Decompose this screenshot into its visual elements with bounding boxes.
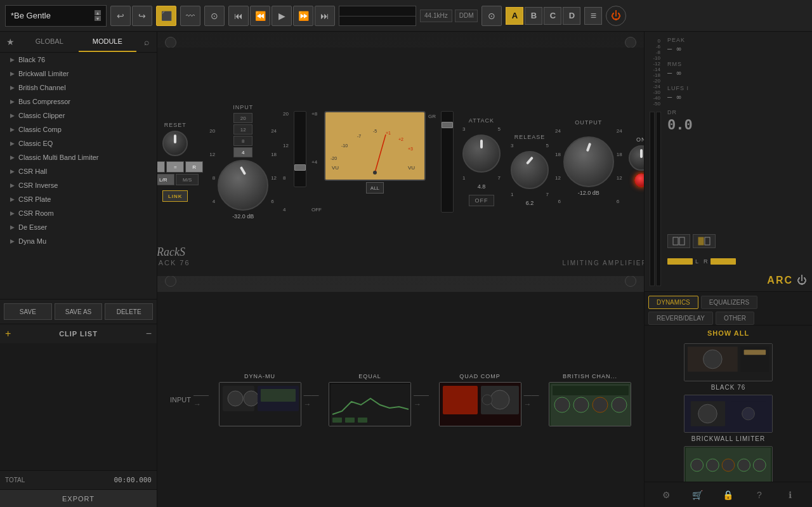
preset-arrows[interactable]: ▲ ▼ [95,10,101,21]
off-button[interactable]: OFF [469,195,494,206]
monitor-button[interactable]: ⊙ [481,6,502,26]
scale-neg20: -20 [653,78,660,84]
shop-icon[interactable]: 🛒 [688,486,706,504]
add-clip-button[interactable]: + [5,328,11,339]
module-item-black76[interactable]: ▶ Black 76 [0,53,157,67]
save-as-button[interactable]: SAVE AS [55,303,103,320]
info-icon[interactable]: ℹ [782,486,799,504]
record-button[interactable]: ⬛ [156,6,176,26]
rewind-all-button[interactable]: ⏮ [228,6,249,26]
eq-button[interactable]: = [166,161,184,173]
forward-button[interactable]: ⏩ [293,6,313,26]
browser-tab-other[interactable]: OTHER [716,312,754,325]
svg-text:-10: -10 [341,143,348,148]
reset-knob[interactable] [162,131,188,156]
ratio-4[interactable]: 4 [233,147,252,157]
search-button[interactable]: ⌕ [136,32,157,52]
menu-button[interactable]: ≡ [584,7,602,25]
module-item-classic-multiband[interactable]: ▶ Classic Multi Band Limiter [0,150,157,164]
browser-tab-dynamics[interactable]: DYNAMICS [648,296,698,309]
forward-all-button[interactable]: ⏭ [315,6,335,26]
module-item-csr-inverse[interactable]: ▶ CSR Inverse [0,178,157,192]
play-button[interactable]: ▶ [272,6,292,26]
output-knob[interactable] [563,136,614,187]
settings-icon[interactable]: ⚙ [657,486,675,504]
module-item-classic-eq[interactable]: ▶ Classic EQ [0,136,157,150]
lock-icon[interactable]: 🔒 [719,486,737,504]
l-button[interactable]: L [157,161,165,173]
browser-thumb-black76[interactable] [684,343,773,381]
slot-d-button[interactable]: D [563,7,580,25]
arc-power-button[interactable]: ⏻ [797,275,807,286]
ms-button[interactable]: M/S [176,174,199,185]
browser-item-black76[interactable]: BLACK 76 [647,343,809,391]
preset-selector[interactable]: *Be Gentle ▲ ▼ [5,5,107,27]
chain-plugin-british[interactable]: BRITISH CHAN... [549,373,631,426]
module-item-csr-plate[interactable]: ▶ CSR Plate [0,192,157,206]
slot-a-button[interactable]: A [506,7,523,25]
module-item-de-esser[interactable]: ▶ De Esser [0,220,157,234]
input-fader[interactable] [294,111,306,187]
module-item-brickwall[interactable]: ▶ Brickwall Limiter [0,67,157,81]
chain-plugin-quadcomp[interactable]: QUAD COMP [439,373,521,426]
module-item-classic-clipper[interactable]: ▶ Classic Clipper [0,109,157,122]
module-item-british-channel[interactable]: ▶ British Channel [0,81,157,95]
ratio-20[interactable]: 20 [233,113,252,123]
lr-button[interactable]: L/R [157,174,174,185]
fader-thumb[interactable] [294,164,306,171]
chain-thumb-dynamu[interactable] [219,382,301,426]
preset-down[interactable]: ▼ [95,16,101,21]
r-button[interactable]: R [185,161,203,173]
module-item-csr-hall[interactable]: ▶ CSR Hall [0,164,157,178]
wave-button[interactable]: 〰 [180,6,200,26]
meter-display-btn-r[interactable] [693,234,716,248]
sample-rate: 44.1kHz [420,10,452,22]
remove-clip-button[interactable]: − [146,328,152,339]
all-button[interactable]: ALL [366,182,384,194]
time-display: —————————— [339,6,416,26]
export-button[interactable]: EXPORT [0,489,157,507]
undo-button[interactable]: ↩ [110,6,131,26]
svg-point-33 [612,397,627,412]
meter-display-btn-l[interactable] [667,234,690,248]
gr-fader[interactable] [441,111,454,213]
help-icon[interactable]: ? [750,486,768,504]
slot-c-button[interactable]: C [544,7,561,25]
input-knob[interactable] [218,160,268,211]
module-item-classic-comp[interactable]: ▶ Classic Comp [0,122,157,136]
ratio-8[interactable]: 8 [233,136,252,146]
gr-fader-thumb[interactable] [442,122,453,128]
release-knob[interactable] [511,151,549,189]
chain-thumb-british[interactable] [549,382,631,426]
browser-tab-equalizers[interactable]: EQUALIZERS [701,296,757,309]
browser-item-british[interactable]: BRITISH CHANNEL [647,446,809,482]
browser-tab-reverb[interactable]: REVERB/DELAY [648,312,713,325]
save-button[interactable]: SAVE [4,303,52,320]
loop-button[interactable]: ⊙ [204,6,225,26]
chain-thumb-quadcomp[interactable] [439,382,521,426]
tab-global[interactable]: GLOBAL [20,32,79,52]
slot-b-button[interactable]: B [525,7,542,25]
show-all-button[interactable]: SHOW ALL [645,326,812,341]
on-knob[interactable] [629,145,644,171]
chain-plugin-equal[interactable]: EQUAL [329,373,411,426]
browser-thumb-british[interactable] [684,446,773,482]
link-button[interactable]: LINK [162,190,188,202]
module-item-dyna-mu[interactable]: ▶ Dyna Mu [0,234,157,248]
attack-knob[interactable] [462,135,501,173]
power-button[interactable]: ⏻ [606,6,626,26]
ratio-12[interactable]: 12 [233,124,252,135]
chain-plugin-dynamu[interactable]: DYNA-MU [219,373,301,426]
browser-item-brickwall[interactable]: BRICKWALL LIMITER [647,395,809,442]
module-item-csr-room[interactable]: ▶ CSR Room [0,206,157,220]
preset-up[interactable]: ▲ [95,10,101,15]
tab-module[interactable]: MODULE [79,32,137,52]
favorites-button[interactable]: ★ [0,32,20,52]
module-item-bus-compressor[interactable]: ▶ Bus Compressor [0,95,157,109]
redo-button[interactable]: ↪ [132,6,152,26]
svg-point-4 [373,171,377,174]
chain-thumb-equal[interactable] [329,382,411,426]
rewind-button[interactable]: ⏪ [250,6,270,26]
browser-thumb-brickwall[interactable] [684,395,773,433]
delete-button[interactable]: DELETE [105,303,153,320]
